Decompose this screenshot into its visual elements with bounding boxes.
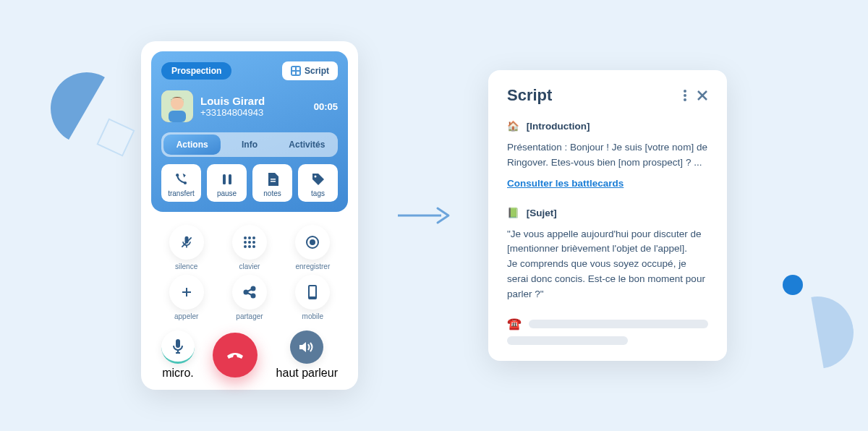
script-panel: Script 🏠 [Introduction] Présentation : B… xyxy=(488,70,727,361)
script-icon xyxy=(291,66,301,76)
appeler-button[interactable]: appeler xyxy=(157,275,216,320)
tag-icon xyxy=(310,171,326,187)
micro-label: micro. xyxy=(161,367,195,380)
phone-emoji-icon: ☎️ xyxy=(507,317,522,330)
speaker-label: haut parleur xyxy=(276,367,338,380)
sujet-title: [Sujet] xyxy=(527,208,557,218)
placeholder-line-short xyxy=(507,336,628,345)
svg-point-7 xyxy=(176,174,179,176)
script-button[interactable]: Script xyxy=(282,61,338,80)
mic-icon xyxy=(161,330,195,364)
call-panel: Prospection Script Louis Girard +3318480… xyxy=(151,51,348,212)
enregistrer-label: enregistrer xyxy=(284,263,342,270)
transfert-label: transfert xyxy=(164,189,198,197)
call-header: Prospection Script xyxy=(161,61,338,80)
call-timer: 00:05 xyxy=(314,101,338,112)
svg-point-24 xyxy=(252,245,255,248)
hangup-button[interactable] xyxy=(213,333,258,377)
prospection-tag[interactable]: Prospection xyxy=(161,62,231,80)
svg-point-18 xyxy=(252,236,255,239)
svg-line-32 xyxy=(247,289,252,291)
svg-rect-12 xyxy=(271,181,276,182)
svg-point-21 xyxy=(252,241,255,244)
svg-point-26 xyxy=(310,239,315,245)
transfert-button[interactable]: transfert xyxy=(161,164,201,202)
enregistrer-button[interactable]: enregistrer xyxy=(284,225,342,270)
mobile-button[interactable]: mobile xyxy=(284,275,342,320)
mobile-label: mobile xyxy=(284,312,342,320)
caller-row: Louis Girard +33184804943 00:05 xyxy=(161,90,338,122)
hangup-icon xyxy=(224,344,246,366)
svg-point-23 xyxy=(248,245,251,248)
close-icon[interactable] xyxy=(697,90,708,101)
tab-actions[interactable]: Actions xyxy=(163,135,221,155)
svg-point-20 xyxy=(248,241,251,244)
svg-point-22 xyxy=(244,245,247,248)
mic-off-icon xyxy=(169,225,204,260)
partager-button[interactable]: partager xyxy=(220,275,278,320)
svg-point-41 xyxy=(684,98,686,101)
keypad-icon xyxy=(232,225,267,260)
placeholder-row: ☎️ xyxy=(507,317,708,330)
tabs: Actions Info Activités xyxy=(161,132,338,157)
pause-icon xyxy=(219,171,235,187)
tab-info[interactable]: Info xyxy=(221,135,278,155)
book-icon: 📗 xyxy=(507,208,519,218)
svg-rect-35 xyxy=(310,286,315,296)
caller-name: Louis Girard xyxy=(200,95,307,107)
mobile-icon xyxy=(295,275,330,310)
action-row: transfert pause notes xyxy=(161,164,338,202)
caller-number: +33184804943 xyxy=(200,107,307,118)
house-icon: 🏠 xyxy=(507,121,519,132)
svg-point-13 xyxy=(314,176,316,178)
script-title: Script xyxy=(507,86,552,105)
placeholder-line xyxy=(529,320,708,328)
pause-label: pause xyxy=(210,189,244,197)
battlecards-link[interactable]: Consulter les battlecards xyxy=(507,176,624,192)
pause-button[interactable]: pause xyxy=(207,164,247,202)
bottom-row: micro. haut parleur xyxy=(151,330,348,380)
share-icon xyxy=(232,275,267,310)
script-sujet-section: 📗 [Sujet] "Je vous appelle aujourd'hui p… xyxy=(507,206,708,303)
dialer-card: Prospection Script Louis Girard +3318480… xyxy=(141,41,358,390)
script-button-label: Script xyxy=(305,66,329,76)
speaker-button[interactable]: haut parleur xyxy=(276,330,338,380)
tags-label: tags xyxy=(301,189,335,197)
notes-button[interactable]: notes xyxy=(252,164,292,202)
svg-rect-3 xyxy=(297,72,299,74)
appeler-label: appeler xyxy=(157,312,216,320)
silence-button[interactable]: silence xyxy=(157,225,216,270)
script-header: Script xyxy=(507,86,708,105)
plus-icon xyxy=(169,275,204,310)
script-intro-section: 🏠 [Introduction] Présentation : Bonjour … xyxy=(507,119,708,192)
intro-body: Présentation : Bonjour ! Je suis [votre … xyxy=(507,140,708,171)
notes-icon xyxy=(265,171,281,187)
svg-rect-0 xyxy=(292,67,295,70)
svg-point-5 xyxy=(171,97,184,110)
tab-activites[interactable]: Activités xyxy=(278,135,336,155)
svg-line-33 xyxy=(247,293,252,295)
svg-point-17 xyxy=(248,236,251,239)
sujet-body: "Je vous appelle aujourd'hui pour discut… xyxy=(507,227,708,303)
partager-label: partager xyxy=(220,312,278,320)
avatar xyxy=(161,90,193,122)
svg-point-16 xyxy=(244,236,247,239)
svg-rect-6 xyxy=(169,111,186,122)
more-icon[interactable] xyxy=(684,90,686,101)
tags-button[interactable]: tags xyxy=(298,164,338,202)
svg-point-40 xyxy=(684,94,686,97)
svg-point-19 xyxy=(244,241,247,244)
decorative-dot xyxy=(783,275,803,295)
svg-rect-10 xyxy=(229,174,231,184)
micro-button[interactable]: micro. xyxy=(161,330,195,380)
clavier-button[interactable]: clavier xyxy=(220,225,278,270)
record-icon xyxy=(295,225,330,260)
clavier-label: clavier xyxy=(220,263,278,270)
svg-rect-9 xyxy=(223,174,226,184)
speaker-icon xyxy=(290,330,323,364)
intro-title: [Introduction] xyxy=(527,121,590,132)
transfer-icon xyxy=(174,171,190,187)
svg-rect-11 xyxy=(271,179,276,180)
svg-rect-1 xyxy=(297,67,299,70)
control-grid: silence clavier enregistrer appeler xyxy=(151,225,348,320)
